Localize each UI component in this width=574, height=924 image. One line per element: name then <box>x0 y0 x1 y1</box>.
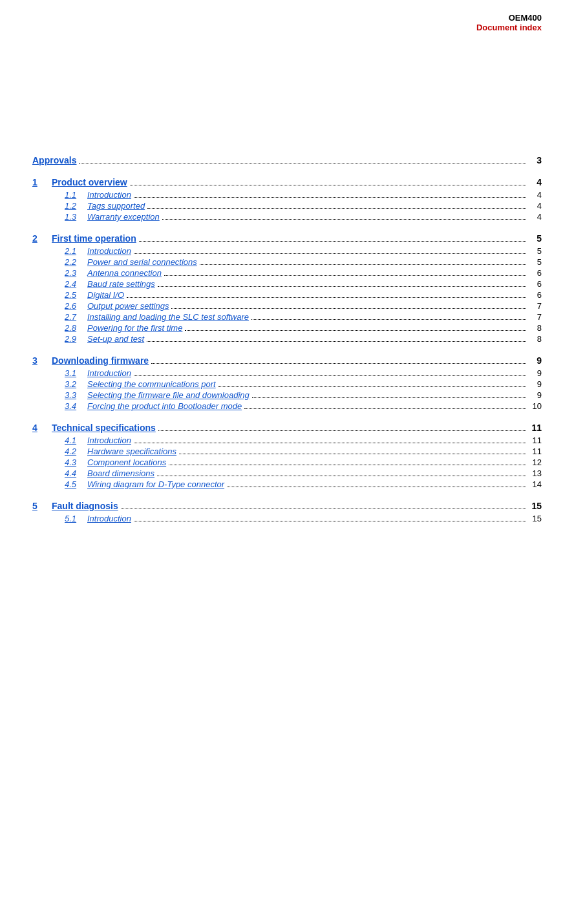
toc-sub-entry-1-1: 1.1 Introduction 4 <box>65 190 542 200</box>
sub-4-3-title[interactable]: Component locations <box>87 457 166 467</box>
sub-2-7-number[interactable]: 2.7 <box>65 312 87 322</box>
sub-2-2-number[interactable]: 2.2 <box>65 257 87 267</box>
section-2-page: 5 <box>529 233 542 244</box>
approvals-dots <box>79 163 526 163</box>
sub-1-2-dots <box>147 208 526 209</box>
sub-2-5-title[interactable]: Digital I/O <box>87 290 124 300</box>
sub-1-1-page: 4 <box>529 190 542 200</box>
section-3-title[interactable]: Downloading firmware <box>52 355 149 366</box>
page: OEM400 Document index Approvals 3 1 Prod… <box>0 0 574 924</box>
sub-4-1-title[interactable]: Introduction <box>87 436 131 445</box>
section-3-number[interactable]: 3 <box>32 355 52 366</box>
sub-2-8-title[interactable]: Powering for the first time <box>87 323 182 333</box>
sub-2-3-number[interactable]: 2.3 <box>65 268 87 278</box>
section-2-title[interactable]: First time operation <box>52 233 136 244</box>
section-5-subsections: 5.1 Introduction 15 <box>65 514 542 523</box>
toc-main-entry-4: 4 Technical specifications 11 <box>32 423 542 433</box>
toc-approvals-section: Approvals 3 <box>32 155 542 165</box>
toc-sub-entry-1-3: 1.3 Warranty exception 4 <box>65 212 542 222</box>
toc-sub-entry-2-7: 2.7 Installing and loading the SLC test … <box>65 312 542 322</box>
sub-2-9-number[interactable]: 2.9 <box>65 334 87 344</box>
sub-2-4-title[interactable]: Baud rate settings <box>87 279 155 289</box>
toc-main-entry-5: 5 Fault diagnosis 15 <box>32 501 542 511</box>
toc-sub-entry-2-2: 2.2 Power and serial connections 5 <box>65 257 542 267</box>
toc-sub-entry-1-2: 1.2 Tags supported 4 <box>65 201 542 211</box>
toc-main-entry-3: 3 Downloading firmware 9 <box>32 355 542 366</box>
sub-3-4-title[interactable]: Forcing the product into Bootloader mode <box>87 401 242 411</box>
section-3-page: 9 <box>529 355 542 366</box>
sub-2-2-title[interactable]: Power and serial connections <box>87 257 197 267</box>
section-4-subsections: 4.1 Introduction 11 4.2 Hardware specifi… <box>65 436 542 489</box>
toc-sub-entry-5-1: 5.1 Introduction 15 <box>65 514 542 523</box>
sub-2-4-number[interactable]: 2.4 <box>65 279 87 289</box>
toc-main-entry-2: 2 First time operation 5 <box>32 233 542 244</box>
section-5-dots <box>121 509 526 509</box>
sub-1-1-number[interactable]: 1.1 <box>65 190 87 200</box>
sub-4-4-title[interactable]: Board dimensions <box>87 468 154 478</box>
toc-sub-entry-2-4: 2.4 Baud rate settings 6 <box>65 279 542 289</box>
document-model: OEM400 <box>32 13 542 23</box>
section-1-title[interactable]: Product overview <box>52 177 127 187</box>
toc-sub-entry-4-3: 4.3 Component locations 12 <box>65 457 542 467</box>
section-5-page: 15 <box>529 501 542 511</box>
toc-section-2: 2 First time operation 5 2.1 Introductio… <box>32 233 542 344</box>
section-5-title[interactable]: Fault diagnosis <box>52 501 118 511</box>
toc-sub-entry-4-5: 4.5 Wiring diagram for D-Type connector … <box>65 479 542 489</box>
toc-main-entry-1: 1 Product overview 4 <box>32 177 542 187</box>
section-3-dots <box>151 363 526 364</box>
sub-2-1-title[interactable]: Introduction <box>87 246 131 256</box>
sub-1-1-dots <box>134 197 526 198</box>
sub-2-6-number[interactable]: 2.6 <box>65 301 87 311</box>
sub-1-2-title[interactable]: Tags supported <box>87 201 145 211</box>
toc-section-3: 3 Downloading firmware 9 3.1 Introductio… <box>32 355 542 411</box>
toc-sub-entry-4-4: 4.4 Board dimensions 13 <box>65 468 542 478</box>
section-4-title[interactable]: Technical specifications <box>52 423 156 433</box>
toc-sub-entry-3-2: 3.2 Selecting the communications port 9 <box>65 379 542 389</box>
sub-3-3-title[interactable]: Selecting the firmware file and download… <box>87 390 250 400</box>
section-4-number[interactable]: 4 <box>32 423 52 433</box>
approvals-title[interactable]: Approvals <box>32 155 76 165</box>
toc-sub-entry-2-1: 2.1 Introduction 5 <box>65 246 542 256</box>
section-1-number[interactable]: 1 <box>32 177 52 187</box>
sub-1-2-page: 4 <box>529 201 542 211</box>
toc-sub-entry-2-6: 2.6 Output power settings 7 <box>65 301 542 311</box>
sub-1-3-number[interactable]: 1.3 <box>65 212 87 222</box>
document-type: Document index <box>32 23 542 32</box>
toc-section-5: 5 Fault diagnosis 15 5.1 Introduction 15 <box>32 501 542 523</box>
section-1-subsections: 1.1 Introduction 4 1.2 Tags supported 4 … <box>65 190 542 222</box>
sub-1-3-dots <box>162 219 526 220</box>
table-of-contents: Approvals 3 1 Product overview 4 1.1 Int… <box>32 155 542 523</box>
sub-4-5-title[interactable]: Wiring diagram for D-Type connector <box>87 479 224 489</box>
toc-sub-entry-2-9: 2.9 Set-up and test 8 <box>65 334 542 344</box>
toc-section-1: 1 Product overview 4 1.1 Introduction 4 … <box>32 177 542 222</box>
section-4-page: 11 <box>529 423 542 433</box>
toc-sub-entry-3-3: 3.3 Selecting the firmware file and down… <box>65 390 542 400</box>
section-5-number[interactable]: 5 <box>32 501 52 511</box>
page-header: OEM400 Document index <box>32 13 542 36</box>
section-1-page: 4 <box>529 177 542 187</box>
sub-2-7-title[interactable]: Installing and loading the SLC test soft… <box>87 312 249 322</box>
sub-5-1-title[interactable]: Introduction <box>87 514 131 523</box>
sub-2-5-number[interactable]: 2.5 <box>65 290 87 300</box>
top-spacer <box>32 39 542 155</box>
sub-1-3-title[interactable]: Warranty exception <box>87 212 160 222</box>
section-2-number[interactable]: 2 <box>32 233 52 244</box>
sub-2-8-number[interactable]: 2.8 <box>65 323 87 333</box>
sub-4-2-title[interactable]: Hardware specifications <box>87 446 176 456</box>
toc-sub-entry-3-4: 3.4 Forcing the product into Bootloader … <box>65 401 542 411</box>
sub-3-1-title[interactable]: Introduction <box>87 368 131 378</box>
sub-2-1-number[interactable]: 2.1 <box>65 246 87 256</box>
sub-2-9-title[interactable]: Set-up and test <box>87 334 144 344</box>
toc-sub-entry-4-1: 4.1 Introduction 11 <box>65 436 542 445</box>
sub-3-2-title[interactable]: Selecting the communications port <box>87 379 216 389</box>
sub-1-3-page: 4 <box>529 212 542 222</box>
sub-1-2-number[interactable]: 1.2 <box>65 201 87 211</box>
section-2-dots <box>139 241 526 242</box>
section-4-dots <box>158 430 526 431</box>
sub-2-3-title[interactable]: Antenna connection <box>87 268 162 278</box>
sub-2-6-title[interactable]: Output power settings <box>87 301 169 311</box>
toc-section-4: 4 Technical specifications 11 4.1 Introd… <box>32 423 542 489</box>
toc-sub-entry-2-5: 2.5 Digital I/O 6 <box>65 290 542 300</box>
sub-1-1-title[interactable]: Introduction <box>87 190 131 200</box>
section-3-subsections: 3.1 Introduction 9 3.2 Selecting the com… <box>65 368 542 411</box>
